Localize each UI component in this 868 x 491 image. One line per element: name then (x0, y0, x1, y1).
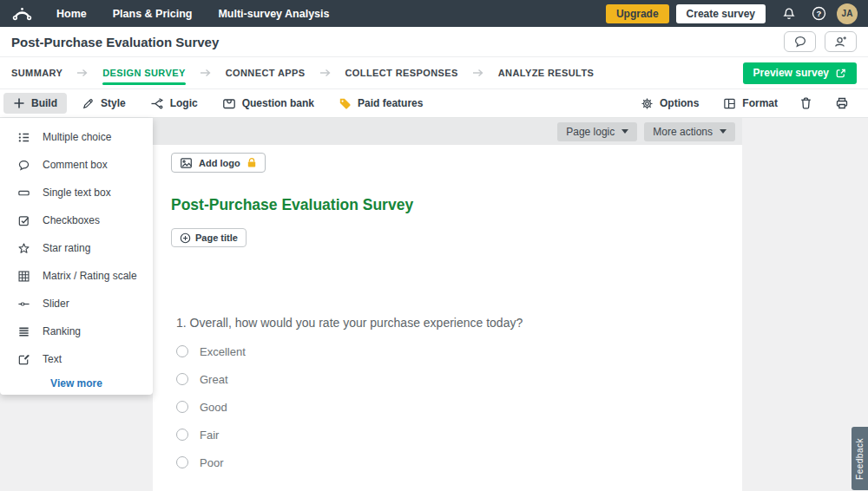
page-logic-dropdown[interactable]: Page logic (557, 122, 637, 141)
format-tool[interactable]: Format (713, 93, 787, 115)
add-logo-button[interactable]: Add logo (171, 153, 266, 173)
help-icon[interactable]: ? (807, 3, 830, 25)
notifications-bell-icon[interactable] (778, 3, 800, 25)
plus-icon (13, 97, 25, 109)
answer-option-great[interactable]: Great (176, 373, 724, 385)
step-arrow-icon (76, 69, 89, 77)
nav-item-home[interactable]: Home (43, 0, 100, 27)
slider-icon (17, 298, 30, 311)
paid-features-tool[interactable]: Paid features (329, 93, 432, 115)
answer-option-fair[interactable]: Fair (176, 429, 724, 441)
add-collaborator-button[interactable] (825, 31, 857, 52)
ranking-icon (17, 325, 30, 338)
surveymonkey-logo-icon[interactable] (11, 6, 33, 22)
step-connect-apps[interactable]: CONNECT APPS (226, 59, 306, 87)
step-label: DESIGN SURVEY (102, 68, 185, 78)
style-tool[interactable]: Style (72, 93, 135, 115)
radio-button-icon[interactable] (176, 345, 188, 357)
text-icon (17, 353, 30, 366)
nav-item-multi-survey-analysis[interactable]: Multi-survey Analysis (205, 0, 342, 27)
bank-box-icon (222, 97, 236, 110)
menu-item-matrix-rating-scale[interactable]: Matrix / Rating scale (0, 262, 153, 290)
survey-canvas: Page logic More actions Add logo Post-Pu… (153, 118, 742, 491)
format-grid-icon (723, 97, 736, 110)
page-title-button[interactable]: Page title (171, 228, 247, 247)
lock-icon (247, 157, 257, 168)
menu-item-single-text-box[interactable]: Single text box (0, 179, 153, 206)
more-actions-label: More actions (653, 126, 713, 138)
menu-item-slider[interactable]: Slider (0, 290, 153, 318)
logic-tool[interactable]: Logic (141, 93, 207, 115)
options-tool[interactable]: Options (631, 93, 708, 115)
option-label: Poor (200, 456, 223, 469)
survey-title-bar: Post-Purchase Evaluation Survey (0, 27, 868, 57)
option-label: Good (200, 401, 227, 414)
menu-item-checkboxes[interactable]: Checkboxes (0, 206, 153, 234)
step-analyze-results[interactable]: ANALYZE RESULTS (498, 59, 595, 87)
single-text-box-icon (17, 187, 30, 200)
create-survey-button[interactable]: Create survey (676, 4, 766, 23)
build-tool[interactable]: Build (3, 93, 67, 114)
star-rating-icon (17, 242, 30, 255)
build-question-types-menu: Multiple choice Comment box Single text … (0, 118, 153, 395)
answer-option-excellent[interactable]: Excellent (176, 345, 724, 357)
step-arrow-icon (472, 69, 484, 77)
step-design-survey[interactable]: DESIGN SURVEY (102, 59, 185, 87)
step-arrow-icon (200, 69, 212, 77)
branch-icon (150, 97, 164, 110)
paid-features-tool-label: Paid features (358, 97, 423, 109)
question-block[interactable]: 1. Overall, how would you rate your purc… (171, 316, 724, 468)
menu-item-text[interactable]: Text (0, 345, 153, 373)
radio-button-icon[interactable] (176, 373, 188, 385)
radio-button-icon[interactable] (176, 429, 188, 441)
answer-option-poor[interactable]: Poor (176, 456, 724, 468)
user-avatar[interactable]: JA (837, 3, 858, 24)
feedback-tab-label: Feedback (855, 438, 865, 480)
feedback-bubble-button[interactable] (784, 31, 816, 52)
more-actions-dropdown[interactable]: More actions (644, 122, 735, 141)
menu-item-ranking[interactable]: Ranking (0, 318, 153, 345)
step-summary[interactable]: SUMMARY (11, 59, 62, 87)
question-bank-tool-label: Question bank (242, 97, 314, 109)
survey-page: Add logo Post-Purchase Evaluation Survey… (153, 145, 742, 468)
print-button[interactable] (828, 92, 856, 115)
menu-item-multiple-choice[interactable]: Multiple choice (0, 123, 153, 151)
question-bank-tool[interactable]: Question bank (213, 93, 324, 115)
menu-item-comment-box[interactable]: Comment box (0, 151, 153, 179)
radio-button-icon[interactable] (176, 456, 188, 468)
feedback-side-tab[interactable]: Feedback (852, 427, 868, 490)
options-tool-label: Options (660, 97, 699, 109)
radio-button-icon[interactable] (176, 401, 188, 413)
page-logic-label: Page logic (566, 126, 615, 138)
svg-text:?: ? (816, 9, 821, 18)
delete-page-button[interactable] (792, 92, 819, 115)
survey-canvas-title[interactable]: Post-Purchase Evaluation Survey (171, 196, 724, 214)
format-tool-label: Format (742, 97, 778, 109)
printer-icon (835, 96, 849, 110)
menu-item-label: Comment box (43, 159, 108, 171)
speech-bubble-icon (793, 35, 807, 49)
menu-item-label: Slider (43, 298, 69, 310)
menu-item-label: Single text box (43, 187, 111, 199)
view-more-link[interactable]: View more (0, 377, 153, 390)
workflow-steps-bar: SUMMARY DESIGN SURVEY CONNECT APPS COLLE… (0, 57, 868, 89)
external-link-icon (835, 68, 846, 79)
menu-item-star-rating[interactable]: Star rating (0, 234, 153, 262)
menu-item-label: Checkboxes (43, 214, 100, 226)
content-area: Page logic More actions Add logo Post-Pu… (0, 118, 868, 491)
checkboxes-icon (17, 214, 30, 227)
upgrade-button[interactable]: Upgrade (606, 4, 669, 23)
caret-down-icon (720, 129, 727, 134)
step-arrow-icon (319, 69, 332, 77)
logic-tool-label: Logic (170, 97, 198, 109)
circle-plus-icon (180, 232, 191, 244)
preview-survey-button[interactable]: Preview survey (743, 62, 857, 84)
step-collect-responses[interactable]: COLLECT RESPONSES (345, 59, 458, 87)
multiple-choice-icon (17, 131, 30, 144)
comment-box-icon (17, 159, 30, 172)
answer-option-good[interactable]: Good (176, 401, 724, 413)
nav-item-plans-pricing[interactable]: Plans & Pricing (100, 0, 206, 27)
active-step-underline (102, 82, 185, 85)
build-tool-label: Build (31, 97, 57, 109)
gear-icon (641, 97, 654, 110)
